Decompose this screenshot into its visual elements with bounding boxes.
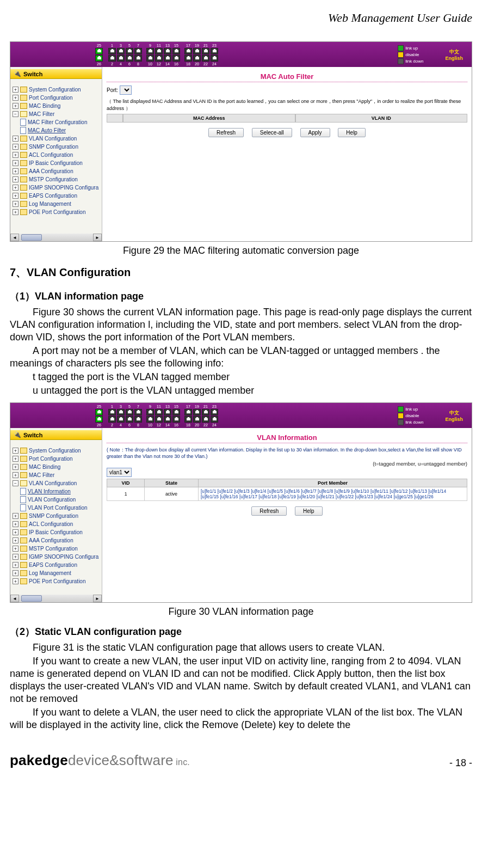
sidebar-item[interactable]: +ACL Configuration — [13, 151, 102, 159]
language-switch[interactable]: 中文 English — [445, 409, 463, 422]
sidebar-item[interactable]: +VLAN Configuration — [13, 135, 102, 143]
sidebar-item[interactable]: +MAC Binding — [13, 463, 102, 471]
sidebar-scrollbar[interactable]: ◄ ► — [10, 595, 102, 602]
sidebar-item[interactable]: +POE Port Configuration — [13, 577, 102, 585]
sidebar-item[interactable]: +MSTP Configuration — [13, 545, 102, 553]
sidebar-item[interactable]: +Port Configuration — [13, 455, 102, 463]
sidebar-item[interactable]: +POE Port Configuration — [13, 208, 102, 216]
svg-rect-63 — [120, 417, 122, 419]
expand-icon[interactable]: + — [13, 570, 18, 576]
expand-icon[interactable]: + — [13, 160, 18, 166]
sidebar-subitem[interactable]: VLAN Information — [20, 487, 102, 496]
lang-cn[interactable]: 中文 — [445, 48, 463, 56]
expand-icon[interactable]: + — [13, 193, 18, 199]
sidebar-item[interactable]: +Port Configuration — [13, 94, 102, 102]
folder-icon — [20, 578, 27, 584]
expand-icon[interactable]: + — [13, 201, 18, 207]
scroll-right-icon[interactable]: ► — [93, 234, 102, 241]
apply-button[interactable]: Apply — [300, 128, 330, 137]
folder-icon — [20, 521, 27, 527]
sidebar-item[interactable]: +SNMP Configuration — [13, 143, 102, 151]
sidebar-item[interactable]: +AAA Configuration — [13, 167, 102, 175]
svg-rect-7 — [111, 56, 113, 58]
sidebar-item[interactable]: +IGMP SNOOPING Configura — [13, 184, 102, 192]
sidebar-subitem[interactable]: MAC Auto Filter — [20, 126, 102, 135]
sidebar-item[interactable]: +IP Basic Configuration — [13, 528, 102, 536]
expand-icon[interactable]: + — [13, 144, 18, 150]
sidebar-item[interactable]: −VLAN Configuration — [13, 479, 102, 487]
svg-rect-103 — [213, 417, 215, 419]
expand-icon[interactable]: + — [13, 472, 18, 478]
sidebar-subitem[interactable]: MAC Filter Configuration — [20, 118, 102, 126]
expand-icon[interactable]: + — [13, 521, 18, 527]
figure-30-screenshot: 2526123456789101112131415161718192021222… — [10, 402, 472, 603]
sidebar-item[interactable]: +IP Basic Configuration — [13, 159, 102, 167]
expand-icon[interactable]: + — [13, 562, 18, 568]
scroll-left-icon[interactable]: ◄ — [10, 595, 19, 602]
expand-icon[interactable]: + — [13, 546, 18, 552]
port-select[interactable] — [120, 85, 132, 95]
doc-title: Web Management User Guide — [10, 11, 472, 25]
sidebar-item[interactable]: +EAPS Configuration — [13, 561, 102, 569]
lang-en[interactable]: English — [445, 56, 463, 61]
expand-icon[interactable]: + — [13, 448, 18, 454]
scroll-right-icon[interactable]: ► — [93, 595, 102, 602]
expand-icon[interactable]: + — [13, 209, 18, 215]
svg-rect-93 — [196, 410, 198, 412]
sidebar-item[interactable]: +SNMP Configuration — [13, 512, 102, 520]
expand-icon[interactable]: + — [13, 152, 18, 158]
sidebar-item[interactable]: +ACL Configuration — [13, 520, 102, 528]
expand-icon[interactable]: + — [13, 87, 18, 93]
scroll-thumb[interactable] — [21, 595, 42, 602]
sidebar-item[interactable]: +MSTP Configuration — [13, 175, 102, 184]
svg-rect-75 — [149, 417, 151, 419]
expand-icon[interactable]: + — [13, 464, 18, 470]
help-button[interactable]: Help — [338, 128, 366, 137]
sidebar-item[interactable]: +AAA Configuration — [13, 536, 102, 545]
refresh-button[interactable]: Refresh — [251, 506, 287, 516]
subsection-2-body: Figure 31 is the static VLAN configurati… — [10, 641, 472, 731]
sidebar-item[interactable]: +MAC Filter — [13, 471, 102, 479]
sidebar-item-label: EAPS Configuration — [29, 192, 77, 200]
expand-icon[interactable]: + — [13, 537, 18, 543]
expand-icon[interactable]: + — [13, 168, 18, 174]
sidebar-header: 🔌Switch — [10, 430, 102, 440]
sidebar-subitem[interactable]: VLAN Configuration — [20, 496, 102, 504]
expand-icon[interactable]: + — [13, 185, 18, 191]
folder-icon — [20, 168, 27, 174]
folder-icon — [20, 144, 27, 150]
svg-rect-13 — [128, 49, 131, 51]
expand-icon[interactable]: + — [13, 95, 18, 101]
scroll-left-icon[interactable]: ◄ — [10, 234, 19, 241]
sidebar-scrollbar[interactable]: ◄ ► — [10, 234, 102, 241]
sidebar-item[interactable]: +Log Management — [13, 569, 102, 577]
selectall-button[interactable]: Selece-all — [252, 128, 292, 137]
help-button[interactable]: Help — [295, 506, 323, 516]
col-mac: MAC Address — [123, 114, 295, 123]
sidebar-item[interactable]: +System Configuration — [13, 447, 102, 455]
expand-icon[interactable]: + — [13, 513, 18, 519]
collapse-icon[interactable]: − — [13, 480, 18, 486]
sidebar-item-label: MSTP Configuration — [29, 175, 78, 184]
scroll-thumb[interactable] — [21, 234, 42, 241]
expand-icon[interactable]: + — [13, 176, 18, 182]
sidebar-item[interactable]: −MAC Filter — [13, 110, 102, 118]
language-switch[interactable]: 中文 English — [445, 48, 463, 61]
sidebar-item[interactable]: +MAC Binding — [13, 102, 102, 110]
expand-icon[interactable]: + — [13, 456, 18, 462]
sidebar-item-label: MAC Binding — [29, 463, 60, 471]
refresh-button[interactable]: Refresh — [208, 128, 244, 137]
expand-icon[interactable]: + — [13, 554, 18, 560]
sidebar-subitem[interactable]: VLAN Port Configuration — [20, 504, 102, 512]
expand-icon[interactable]: + — [13, 578, 18, 584]
expand-icon[interactable]: + — [13, 136, 18, 142]
sidebar-item[interactable]: +Log Management — [13, 200, 102, 208]
sidebar-item[interactable]: +EAPS Configuration — [13, 192, 102, 200]
sidebar-item[interactable]: +System Configuration — [13, 85, 102, 94]
collapse-icon[interactable]: − — [13, 111, 18, 117]
expand-icon[interactable]: + — [13, 529, 18, 535]
folder-icon — [20, 111, 27, 117]
vlan-select[interactable]: vlan1 — [107, 468, 132, 477]
sidebar-item[interactable]: +IGMP SNOOPING Configura — [13, 553, 102, 561]
expand-icon[interactable]: + — [13, 103, 18, 109]
